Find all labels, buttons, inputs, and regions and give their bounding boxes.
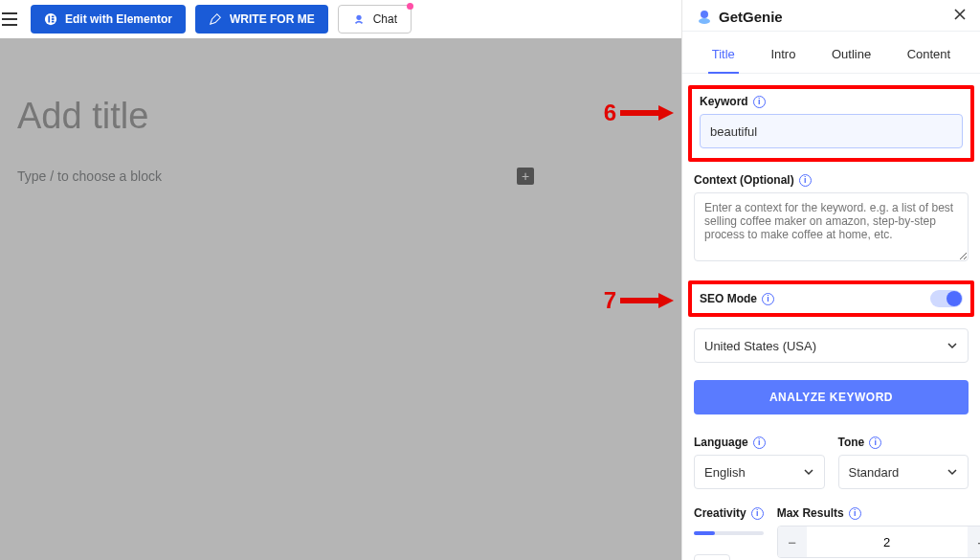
editor-main: Edit with Elementor WRITE FOR ME Chat Ty… <box>0 0 681 560</box>
svg-rect-3 <box>52 18 55 20</box>
close-icon <box>953 8 967 21</box>
creativity-label: Creativity i <box>694 506 764 520</box>
arrow-icon <box>620 293 674 308</box>
getgenie-panel: GetGenie Title Intro Outline Content Key… <box>681 0 980 560</box>
keyword-input[interactable] <box>700 114 963 148</box>
tab-title[interactable]: Title <box>708 41 739 73</box>
seo-mode-toggle[interactable] <box>930 290 963 307</box>
edit-elementor-button[interactable]: Edit with Elementor <box>31 5 186 34</box>
callout-7-number: 7 <box>604 287 616 314</box>
info-icon[interactable]: i <box>799 174 812 187</box>
info-icon[interactable]: i <box>753 96 766 108</box>
language-value: English <box>704 465 746 480</box>
notification-dot-icon <box>407 3 413 10</box>
tone-select[interactable]: Standard <box>838 455 969 489</box>
info-icon[interactable]: i <box>751 507 764 520</box>
context-label: Context (Optional) i <box>694 173 969 187</box>
genie-icon <box>352 12 366 26</box>
country-value: United States (USA) <box>704 339 816 353</box>
language-label: Language i <box>694 436 825 449</box>
annotation-box-seo: SEO Mode i <box>688 280 974 317</box>
brand: GetGenie <box>696 8 783 25</box>
creativity-slider[interactable] <box>694 531 764 535</box>
info-icon[interactable]: i <box>869 437 881 449</box>
seo-mode-label: SEO Mode i <box>700 292 774 305</box>
editor-toolbar: Edit with Elementor WRITE FOR ME Chat <box>0 0 681 38</box>
svg-rect-4 <box>52 21 55 23</box>
chevron-down-icon <box>947 340 958 351</box>
svg-point-0 <box>45 13 56 25</box>
chevron-down-icon <box>803 466 814 478</box>
svg-point-11 <box>699 18 710 24</box>
elementor-icon <box>44 12 57 26</box>
svg-rect-2 <box>52 16 55 18</box>
add-block-button[interactable]: + <box>517 168 534 185</box>
tone-label: Tone i <box>838 436 969 449</box>
svg-point-10 <box>701 11 708 18</box>
edit-elementor-label: Edit with Elementor <box>65 12 172 26</box>
callout-7: 7 <box>604 287 674 314</box>
panel-tabs: Title Intro Outline Content <box>682 32 980 74</box>
write-for-me-button[interactable]: WRITE FOR ME <box>195 5 328 34</box>
pen-icon <box>209 12 222 26</box>
svg-point-5 <box>356 15 361 20</box>
analyze-keyword-button[interactable]: ANALYZE KEYWORD <box>694 380 969 414</box>
callout-6-number: 6 <box>604 100 616 126</box>
chat-button[interactable]: Chat <box>338 5 412 34</box>
block-hint-text[interactable]: Type / to choose a block <box>17 168 162 184</box>
callout-6: 6 <box>604 100 674 126</box>
context-textarea[interactable] <box>694 192 969 261</box>
svg-rect-6 <box>620 110 660 116</box>
stepper-minus-button[interactable]: − <box>778 526 807 557</box>
brand-name: GetGenie <box>719 9 783 25</box>
editor-body: Type / to choose a block + <box>0 38 681 185</box>
svg-rect-8 <box>620 298 660 303</box>
tab-outline[interactable]: Outline <box>828 41 875 73</box>
creativity-value-box[interactable] <box>694 554 730 560</box>
stepper-plus-button[interactable]: + <box>968 526 980 557</box>
menu-icon[interactable] <box>0 0 21 38</box>
info-icon[interactable]: i <box>762 293 774 305</box>
svg-marker-9 <box>658 293 674 308</box>
language-select[interactable]: English <box>694 455 825 489</box>
panel-header: GetGenie <box>682 0 980 32</box>
keyword-label: Keyword i <box>700 95 963 108</box>
country-select[interactable]: United States (USA) <box>694 328 969 363</box>
post-title-input[interactable] <box>17 96 664 137</box>
info-icon[interactable]: i <box>753 437 766 449</box>
chevron-down-icon <box>947 466 958 478</box>
tab-content[interactable]: Content <box>903 41 955 73</box>
svg-marker-7 <box>658 105 674 121</box>
tab-intro[interactable]: Intro <box>767 41 799 73</box>
tone-value: Standard <box>849 465 900 480</box>
annotation-box-keyword: Keyword i <box>688 85 974 162</box>
write-for-me-label: WRITE FOR ME <box>230 12 315 26</box>
chat-label: Chat <box>373 12 397 26</box>
info-icon[interactable]: i <box>849 507 861 520</box>
max-results-stepper[interactable]: − + <box>777 526 980 558</box>
getgenie-logo-icon <box>696 8 713 25</box>
close-button[interactable] <box>953 8 967 25</box>
max-results-label: Max Results i <box>777 506 980 520</box>
panel-body: Keyword i Context (Optional) i SEO <box>682 74 980 560</box>
arrow-icon <box>620 105 674 121</box>
max-results-value[interactable] <box>807 535 968 549</box>
svg-rect-1 <box>48 16 50 23</box>
